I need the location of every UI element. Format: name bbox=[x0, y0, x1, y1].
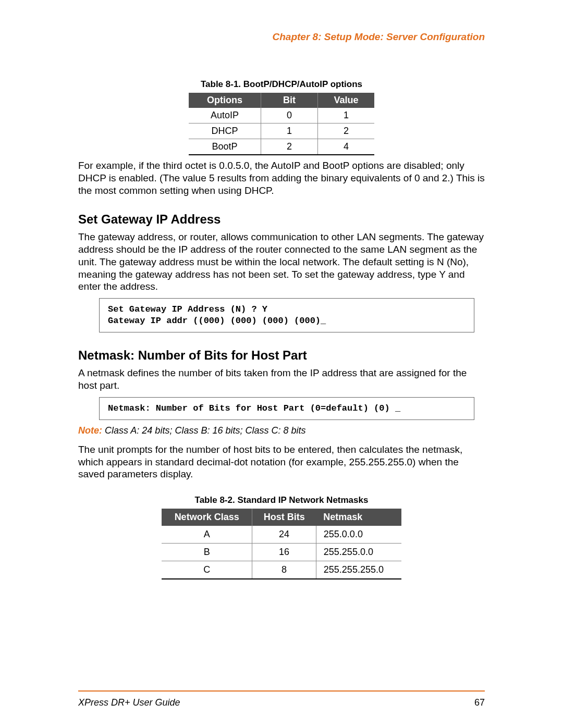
table-row: C 8 255.255.255.0 bbox=[162, 561, 401, 579]
note: Note: Class A: 24 bits; Class B: 16 bits… bbox=[78, 425, 485, 436]
cell: 0 bbox=[261, 108, 318, 124]
footer-rule bbox=[78, 690, 485, 692]
cell: 2 bbox=[318, 124, 375, 139]
cell: 1 bbox=[261, 124, 318, 139]
cell: 1 bbox=[318, 108, 375, 124]
th-options: Options bbox=[189, 93, 261, 108]
th-netmask: Netmask bbox=[316, 509, 401, 526]
cell: 16 bbox=[252, 544, 316, 561]
footer-guide: XPress DR+ User Guide bbox=[78, 697, 180, 708]
th-network-class: Network Class bbox=[162, 509, 252, 526]
terminal-output: Netmask: Number of Bits for Host Part (0… bbox=[99, 397, 474, 420]
th-value: Value bbox=[318, 93, 375, 108]
table-row: DHCP 1 2 bbox=[189, 124, 374, 139]
table-header-row: Options Bit Value bbox=[189, 93, 374, 108]
cell: B bbox=[162, 544, 252, 561]
footer: XPress DR+ User Guide 67 bbox=[78, 697, 485, 708]
table-netmasks: Network Class Host Bits Netmask A 24 255… bbox=[162, 509, 401, 579]
terminal-output: Set Gateway IP Address (N) ? Y Gateway I… bbox=[99, 298, 474, 332]
cell: 255.0.0.0 bbox=[316, 526, 401, 544]
table-header-row: Network Class Host Bits Netmask bbox=[162, 509, 401, 526]
table-row: A 24 255.0.0.0 bbox=[162, 526, 401, 544]
cell: 24 bbox=[252, 526, 316, 544]
paragraph: A netmask defines the number of bits tak… bbox=[78, 367, 485, 392]
th-bit: Bit bbox=[261, 93, 318, 108]
cell: 2 bbox=[261, 139, 318, 155]
table-row: B 16 255.255.0.0 bbox=[162, 544, 401, 561]
cell: 255.255.255.0 bbox=[316, 561, 401, 579]
cell: 8 bbox=[252, 561, 316, 579]
paragraph: The gateway address, or router, allows c… bbox=[78, 231, 485, 293]
heading-netmask: Netmask: Number of Bits for Host Part bbox=[78, 348, 485, 363]
cell: C bbox=[162, 561, 252, 579]
note-label: Note: bbox=[78, 425, 102, 436]
table2-caption: Table 8-2. Standard IP Network Netmasks bbox=[78, 495, 485, 505]
footer-page-number: 67 bbox=[474, 697, 485, 708]
cell: A bbox=[162, 526, 252, 544]
cell: AutoIP bbox=[189, 108, 261, 124]
table-row: BootP 2 4 bbox=[189, 139, 374, 155]
table-bootp-options: Options Bit Value AutoIP 0 1 DHCP 1 2 Bo… bbox=[189, 93, 374, 155]
note-text: Class A: 24 bits; Class B: 16 bits; Clas… bbox=[102, 425, 305, 436]
table-row: AutoIP 0 1 bbox=[189, 108, 374, 124]
cell: DHCP bbox=[189, 124, 261, 139]
table1-caption: Table 8-1. BootP/DHCP/AutoIP options bbox=[78, 79, 485, 90]
paragraph: For example, if the third octet is 0.0.5… bbox=[78, 159, 485, 196]
cell: 255.255.0.0 bbox=[316, 544, 401, 561]
th-host-bits: Host Bits bbox=[252, 509, 316, 526]
heading-set-gateway: Set Gateway IP Address bbox=[78, 212, 485, 227]
page: Chapter 8: Setup Mode: Server Configurat… bbox=[0, 0, 563, 728]
chapter-header: Chapter 8: Setup Mode: Server Configurat… bbox=[78, 31, 485, 43]
cell: BootP bbox=[189, 139, 261, 155]
paragraph: The unit prompts for the number of host … bbox=[78, 443, 485, 480]
cell: 4 bbox=[318, 139, 375, 155]
